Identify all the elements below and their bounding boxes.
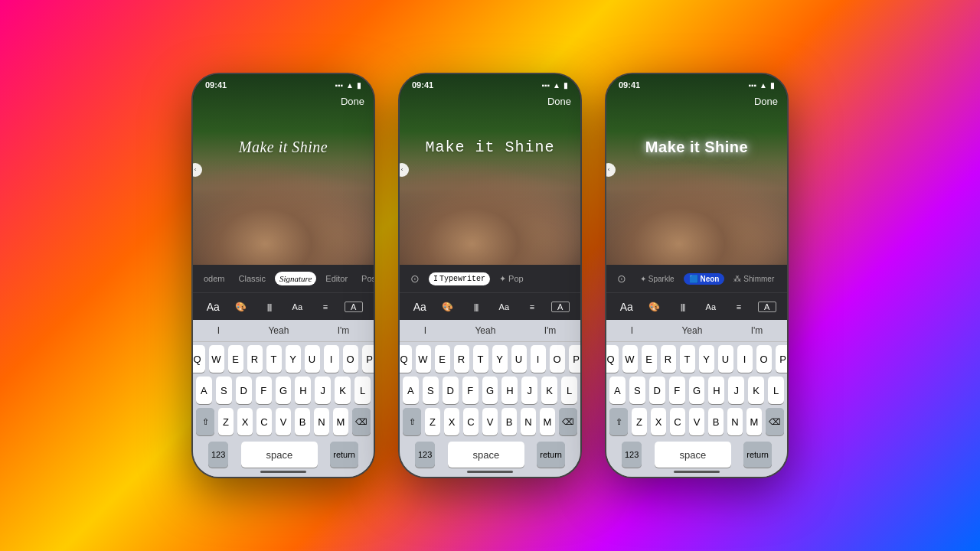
- key-o-2[interactable]: O: [550, 345, 565, 373]
- suggestion-im-1[interactable]: I'm: [332, 324, 356, 337]
- key-g-1[interactable]: G: [276, 377, 292, 404]
- key-c-1[interactable]: C: [256, 408, 272, 435]
- style-tool-2[interactable]: |||: [467, 302, 485, 311]
- key-t-1[interactable]: T: [266, 345, 282, 373]
- color-tool-2[interactable]: 🎨: [439, 302, 457, 312]
- key-shift-2[interactable]: ⇧: [403, 408, 421, 435]
- suggestion-im-3[interactable]: I'm: [745, 324, 769, 337]
- key-d-2[interactable]: D: [443, 377, 459, 404]
- key-x-1[interactable]: X: [237, 408, 253, 435]
- suggestion-i-1[interactable]: I: [211, 324, 226, 337]
- key-z-1[interactable]: Z: [218, 408, 234, 435]
- key-123-3[interactable]: 123: [622, 442, 642, 468]
- key-shift-3[interactable]: ⇧: [609, 408, 628, 435]
- key-u-2[interactable]: U: [511, 345, 527, 373]
- bg-tool-3[interactable]: A: [758, 302, 776, 312]
- key-g-2[interactable]: G: [482, 377, 498, 404]
- style-modern-1[interactable]: odem: [199, 272, 230, 285]
- style-shimmer-3[interactable]: ⁂ Shimmer: [729, 272, 779, 285]
- key-q-1[interactable]: Q: [191, 345, 205, 373]
- key-t-3[interactable]: T: [680, 345, 695, 373]
- outline-tool-3[interactable]: Aa: [701, 302, 720, 311]
- font-size-tool-2[interactable]: Aa: [410, 301, 429, 313]
- style-tool-1[interactable]: |||: [260, 302, 279, 311]
- style-sparkle-3[interactable]: ✦ Sparkle: [635, 272, 679, 285]
- key-h-1[interactable]: H: [295, 377, 311, 404]
- key-a-3[interactable]: A: [609, 377, 626, 404]
- suggestion-yeah-1[interactable]: Yeah: [262, 324, 295, 337]
- suggestion-i-3[interactable]: I: [625, 324, 639, 337]
- key-v-3[interactable]: V: [689, 408, 704, 435]
- key-a-1[interactable]: A: [196, 377, 212, 404]
- style-circle-3[interactable]: ⊙: [612, 270, 631, 287]
- key-y-3[interactable]: Y: [699, 345, 714, 373]
- key-b-1[interactable]: B: [295, 408, 310, 435]
- done-button-1[interactable]: Done: [341, 96, 364, 107]
- key-w-2[interactable]: W: [416, 345, 431, 373]
- key-l-2[interactable]: L: [561, 377, 577, 404]
- key-p-2[interactable]: P: [569, 345, 583, 373]
- outline-tool-1[interactable]: Aa: [288, 302, 306, 311]
- key-f-3[interactable]: F: [669, 377, 685, 404]
- key-return-1[interactable]: return: [330, 442, 358, 468]
- key-r-2[interactable]: R: [454, 345, 469, 373]
- key-return-2[interactable]: return: [537, 442, 565, 468]
- key-del-2[interactable]: ⌫: [559, 408, 577, 435]
- key-h-3[interactable]: H: [708, 377, 724, 404]
- key-o-3[interactable]: O: [756, 345, 772, 373]
- align-tool-3[interactable]: ≡: [730, 302, 748, 311]
- key-u-1[interactable]: U: [305, 345, 320, 373]
- key-p-3[interactable]: P: [776, 345, 789, 373]
- style-pop-2[interactable]: ✦ Pop: [495, 272, 528, 286]
- key-l-1[interactable]: L: [354, 377, 371, 404]
- font-size-tool-3[interactable]: Aa: [617, 301, 635, 313]
- align-tool-2[interactable]: ≡: [523, 302, 541, 311]
- key-f-1[interactable]: F: [256, 377, 272, 404]
- key-w-1[interactable]: W: [209, 345, 224, 373]
- key-i-2[interactable]: I: [531, 345, 546, 373]
- color-tool-3[interactable]: 🎨: [645, 302, 664, 312]
- style-typewriter-2[interactable]: I Typewriter: [429, 272, 490, 285]
- key-d-3[interactable]: D: [649, 377, 665, 404]
- key-e-2[interactable]: E: [435, 345, 450, 373]
- done-button-2[interactable]: Done: [547, 96, 571, 107]
- key-l-3[interactable]: L: [768, 377, 784, 404]
- key-n-2[interactable]: N: [521, 408, 536, 435]
- key-return-3[interactable]: return: [743, 442, 772, 468]
- key-z-2[interactable]: Z: [425, 408, 440, 435]
- key-123-1[interactable]: 123: [208, 442, 228, 468]
- key-del-3[interactable]: ⌫: [766, 408, 784, 435]
- key-p-1[interactable]: P: [362, 345, 376, 373]
- key-y-1[interactable]: Y: [286, 345, 301, 373]
- style-editor-1[interactable]: Editor: [321, 272, 352, 285]
- key-q-2[interactable]: Q: [398, 345, 412, 373]
- suggestion-yeah-2[interactable]: Yeah: [469, 324, 501, 337]
- key-o-1[interactable]: O: [343, 345, 358, 373]
- key-123-2[interactable]: 123: [415, 442, 435, 468]
- style-classic-1[interactable]: Classic: [234, 272, 270, 285]
- key-h-2[interactable]: H: [501, 377, 518, 404]
- key-f-2[interactable]: F: [462, 377, 479, 404]
- key-t-2[interactable]: T: [473, 345, 488, 373]
- key-space-3[interactable]: space: [655, 442, 731, 468]
- style-pos-1[interactable]: Pos...: [357, 272, 374, 285]
- align-tool-1[interactable]: ≡: [316, 302, 335, 311]
- key-s-2[interactable]: S: [423, 377, 439, 404]
- key-j-3[interactable]: J: [728, 377, 744, 404]
- done-button-3[interactable]: Done: [754, 96, 778, 107]
- key-w-3[interactable]: W: [622, 345, 638, 373]
- outline-tool-2[interactable]: Aa: [495, 302, 513, 311]
- key-del-1[interactable]: ⌫: [352, 408, 371, 435]
- key-space-1[interactable]: space: [241, 442, 318, 468]
- style-tool-3[interactable]: |||: [674, 302, 692, 311]
- key-y-2[interactable]: Y: [492, 345, 508, 373]
- key-k-3[interactable]: K: [748, 377, 764, 404]
- key-shift-1[interactable]: ⇧: [196, 408, 214, 435]
- key-c-2[interactable]: C: [463, 408, 479, 435]
- suggestion-im-2[interactable]: I'm: [538, 324, 563, 337]
- key-m-1[interactable]: M: [333, 408, 348, 435]
- bg-tool-2[interactable]: A: [551, 302, 570, 312]
- key-i-3[interactable]: I: [737, 345, 753, 373]
- key-s-3[interactable]: S: [629, 377, 645, 404]
- font-size-tool-1[interactable]: Aa: [204, 301, 222, 313]
